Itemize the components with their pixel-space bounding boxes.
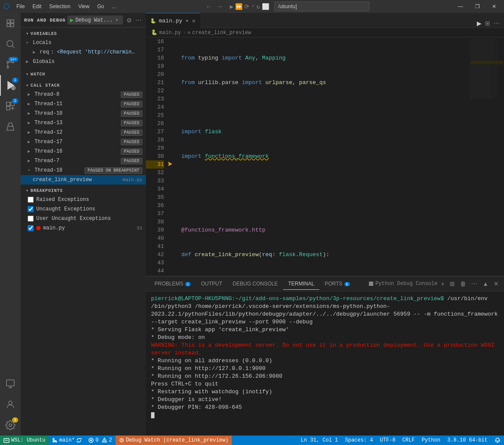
menu-file[interactable]: File [13,2,28,11]
call-stack-section[interactable]: ▾ CALL STACK [21,79,146,90]
tab-problems[interactable]: PROBLEMS2 [149,278,196,290]
activity-remote[interactable] [0,373,21,394]
activity-account[interactable] [0,394,21,415]
req-variable[interactable]: ▶ req : <Request 'http://charming-tro... [21,47,146,57]
search-input[interactable] [274,2,369,11]
bell-icon [495,437,501,443]
terminal-content[interactable]: pierrick@LAPTOP-HKU5PNNG:~/git/add-ons-s… [146,291,504,436]
more-actions-button[interactable]: ⋯ [493,19,501,28]
status-errors[interactable]: 0 2 [85,436,115,445]
close-button[interactable]: ✕ [488,2,501,11]
bp-uncaught-exceptions[interactable]: Uncaught Exceptions [21,204,146,214]
activity-settings[interactable]: 1 [0,415,21,436]
terminal-line-prompt: pierrick@LAPTOP-HKU5PNNG:~/git/add-ons-s… [151,295,499,326]
minimap [469,38,504,276]
bp-raised-checkbox[interactable] [28,197,34,203]
thread-17[interactable]: ▶ Thread-17 PAUSED [21,137,146,147]
status-notifications[interactable] [491,436,504,445]
tab-debug-console[interactable]: DEBUG CONSOLE [227,278,283,290]
status-encoding[interactable]: UTF-8 [376,436,399,445]
debug-more-button[interactable]: ⋯ [135,16,142,25]
warnings-count: 2 [109,437,112,443]
tab-main-py[interactable]: 🐍 main.py ● ✕ [146,13,200,28]
maximize-button[interactable]: ❐ [471,2,484,11]
bp-raised-label: Raised Exceptions [36,197,89,203]
menu-bar: File Edit Selection View Go ... [13,2,120,11]
menu-edit[interactable]: Edit [29,2,45,11]
svg-point-20 [9,424,12,426]
menu-selection[interactable]: Selection [46,2,74,11]
split-editor-button[interactable]: ⊞ [484,19,491,28]
status-line-ending[interactable]: CRLF [399,436,418,445]
breadcrumb-function[interactable]: create_link_preview [192,30,251,36]
status-language[interactable]: Python [418,436,444,445]
variables-section[interactable]: ▾ VARIABLES [21,28,146,38]
bp-uncaught-label: Uncaught Exceptions [36,206,95,212]
back-button[interactable]: ← [204,2,213,11]
status-spaces[interactable]: Spaces: 4 [342,436,377,445]
status-debug-watch[interactable]: Debug Watch (create_link_preview) [116,436,232,445]
watch-section[interactable]: ▾ WATCH [21,68,146,78]
activity-source-control[interactable]: 1k+ [0,54,21,75]
more-terminal-button[interactable]: ⋯ [469,279,479,288]
thread-13[interactable]: ▶ Thread-13 PAUSED [21,118,146,128]
svg-line-5 [13,46,15,48]
status-remote[interactable]: WSL: Ubuntu [0,436,49,445]
bp-uncaught-checkbox[interactable] [28,206,34,212]
tab-close-button[interactable]: ✕ [192,17,195,25]
thread-18[interactable]: ▾ Thread-18 PAUSED ON BREAKPOINT [21,166,146,175]
svg-rect-21 [369,282,373,286]
vscode-icon: ⬡ [3,2,9,11]
call-stack-title: CALL STACK [31,83,60,88]
thread-7[interactable]: ▶ Thread-7 PAUSED [21,156,146,166]
menu-more[interactable]: ... [108,2,120,11]
add-terminal-button[interactable]: + [439,279,446,288]
minimize-button[interactable]: — [454,2,467,11]
tab-ports[interactable]: PORTS6 [319,278,355,290]
menu-view[interactable]: View [75,2,93,11]
run-file-button[interactable]: ▶ [476,19,482,28]
code-lines[interactable]: from typing import Any, Mapping from url… [176,38,469,276]
terminal-output-5: * Running on http://127.0.0.1:9000 [151,365,499,373]
activity-explorer[interactable] [0,13,21,34]
globals-group[interactable]: ▶ Globals [21,57,146,66]
bp-mainpy-checkbox[interactable] [28,225,34,231]
status-branch[interactable]: main* [49,436,85,445]
locals-group[interactable]: ▾ Locals [21,38,146,47]
status-python-version[interactable]: 3.8.10 64-bit [444,436,491,445]
bp-raised-exceptions[interactable]: Raised Exceptions [21,195,146,204]
editor-area: 🐍 main.py ● ✕ ▶ ⊞ ⋯ 🐍 main.py › ⊙ create… [146,13,504,436]
activity-testing[interactable] [0,116,21,137]
thread-11[interactable]: ▶ Thread-11 PAUSED [21,99,146,109]
tab-terminal[interactable]: TERMINAL [283,278,320,290]
kill-terminal-button[interactable]: 🗑 [458,279,468,288]
panel: PROBLEMS2 OUTPUT DEBUG CONSOLE TERMINAL … [146,276,504,436]
thread-10[interactable]: ▶ Thread-10 PAUSED [21,109,146,118]
tab-output[interactable]: OUTPUT [196,278,227,290]
breakpoints-section[interactable]: ▾ BREAKPOINTS [21,185,146,195]
menu-go[interactable]: Go [94,2,107,11]
thread-12[interactable]: ▶ Thread-12 PAUSED [21,128,146,137]
thread-8[interactable]: ▶ Thread-8 PAUSED [21,90,146,99]
debug-settings-button[interactable]: ⚙ [126,16,133,25]
run-debug-header: RUN AND DEBUG ▶ Debug Wat... ▾ ⚙ ⋯ [21,13,146,28]
bp-user-uncaught-checkbox[interactable] [28,216,34,222]
status-position[interactable]: Ln 31, Col 1 [297,436,341,445]
split-terminal-button[interactable]: ⊞ [448,279,457,288]
activity-run-debug[interactable]: 1 [0,75,21,96]
thread-16[interactable]: ▶ Thread-16 PAUSED [21,147,146,156]
globals-label: Globals [33,59,54,65]
bp-user-uncaught[interactable]: User Uncaught Exceptions [21,214,146,223]
activity-search[interactable] [0,34,21,54]
forward-button[interactable]: → [215,2,224,11]
close-panel-button[interactable]: ✕ [492,279,501,288]
terminal-warning: WARNING: This is a development server. D… [151,342,499,357]
terminal-output-6: * Running on http://172.26.156.206:9000 [151,373,499,380]
maximize-panel-button[interactable]: ▲ [481,279,490,288]
stack-frame-active[interactable]: create_link_preview main.py [21,175,146,185]
status-bar: WSL: Ubuntu main* 0 [0,436,504,445]
activity-extensions[interactable]: 1 [0,96,21,116]
breadcrumb-file[interactable]: main.py [159,30,181,36]
debug-config-selector[interactable]: ▶ Debug Wat... ▾ [67,16,123,25]
bp-main-py[interactable]: main.py 31 [21,223,146,233]
